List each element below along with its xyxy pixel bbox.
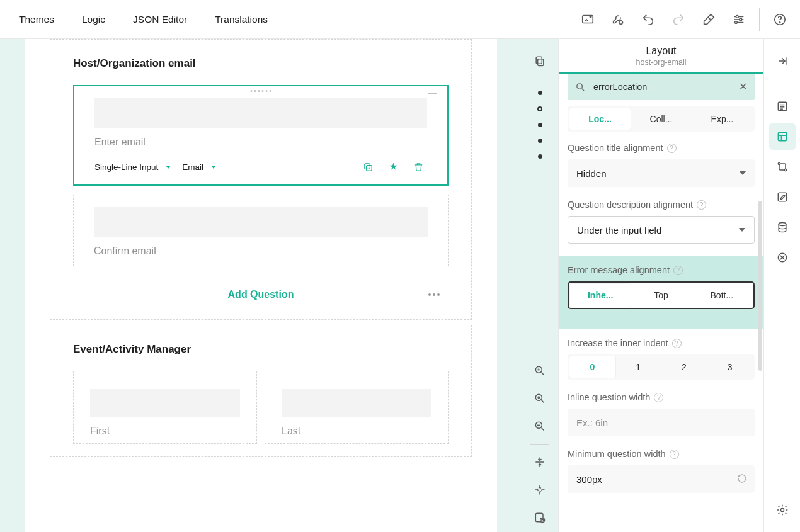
settings-wrench-icon[interactable] xyxy=(603,4,633,35)
field-label-text: Error message alignment xyxy=(568,265,670,275)
top-toolbar: Themes Logic JSON Editor Translations xyxy=(0,0,800,39)
scrollbar[interactable] xyxy=(758,201,762,371)
question-label[interactable]: Enter email xyxy=(94,137,427,148)
question-subtype-select[interactable]: Email xyxy=(182,162,220,172)
question-input-preview[interactable] xyxy=(90,389,240,417)
question-last-name[interactable]: Last xyxy=(265,371,449,444)
segment-bottom[interactable]: Bott... xyxy=(692,284,752,307)
svg-rect-12 xyxy=(364,163,370,169)
layout-tab-icon[interactable] xyxy=(769,123,796,150)
chevron-down-icon xyxy=(166,166,171,169)
validation-tab-icon[interactable] xyxy=(769,244,796,271)
preview-icon[interactable] xyxy=(573,4,603,35)
question-type-select[interactable]: Single-Line Input xyxy=(94,162,174,172)
tab-translations[interactable]: Translations xyxy=(201,0,282,38)
indent-1[interactable]: 1 xyxy=(615,356,661,378)
reset-icon[interactable] xyxy=(737,473,747,485)
general-tab-icon[interactable] xyxy=(769,93,796,120)
field-inline-width: Inline question width? Ex.: 6in xyxy=(568,392,755,436)
collapse-panel-icon[interactable] xyxy=(769,48,796,74)
required-icon[interactable] xyxy=(384,158,402,176)
inline-width-input[interactable]: Ex.: 6in xyxy=(568,409,755,436)
add-question-button[interactable]: Add Question xyxy=(228,289,294,300)
sliders-icon[interactable] xyxy=(724,4,754,35)
question-label[interactable]: Confirm email xyxy=(94,246,428,257)
help-icon[interactable] xyxy=(765,4,795,35)
question-enter-email[interactable]: Enter email Single-Line Input Email xyxy=(73,85,449,186)
delete-icon[interactable] xyxy=(409,158,427,176)
drag-handle-icon[interactable] xyxy=(251,90,271,92)
clear-search-icon[interactable]: ✕ xyxy=(739,82,747,92)
svg-point-2 xyxy=(619,20,623,24)
help-icon[interactable]: ? xyxy=(667,144,677,153)
page-dot[interactable] xyxy=(538,91,542,95)
indent-3[interactable]: 3 xyxy=(707,356,753,378)
svg-line-23 xyxy=(542,428,544,431)
question-first-name[interactable]: First xyxy=(73,371,257,444)
expand-icon[interactable] xyxy=(527,477,553,503)
panel-host-org-email[interactable]: Host/Organization email Enter email Sing… xyxy=(50,39,472,320)
property-search-input[interactable] xyxy=(592,81,733,93)
more-options-icon[interactable] xyxy=(428,293,440,296)
undo-icon[interactable] xyxy=(633,4,663,35)
indent-2[interactable]: 2 xyxy=(661,356,707,378)
design-canvas[interactable]: Host/Organization email Enter email Sing… xyxy=(0,39,522,532)
collapse-icon[interactable] xyxy=(428,93,437,94)
duplicate-icon[interactable] xyxy=(359,158,377,176)
tab-themes[interactable]: Themes xyxy=(5,0,68,38)
help-icon[interactable]: ? xyxy=(697,200,706,210)
zoom-out-icon[interactable] xyxy=(527,413,553,439)
segment-top[interactable]: Top xyxy=(631,284,691,307)
page-dot-current[interactable] xyxy=(537,106,542,111)
device-lock-icon[interactable] xyxy=(527,504,553,531)
zoom-100-icon[interactable] xyxy=(527,385,553,412)
zoom-in-icon[interactable] xyxy=(527,358,553,384)
copy-page-icon[interactable] xyxy=(527,48,553,74)
question-input-preview[interactable] xyxy=(94,207,428,237)
field-label-text: Question description alignment xyxy=(568,200,693,210)
indent-segment[interactable]: 0 1 2 3 xyxy=(568,354,755,380)
page-navigator[interactable] xyxy=(537,91,542,159)
collapse-vertical-icon[interactable] xyxy=(527,449,553,475)
segment-collapse[interactable]: Coll... xyxy=(631,108,692,130)
title-alignment-select[interactable]: Hidden xyxy=(568,159,755,187)
indent-0[interactable]: 0 xyxy=(569,356,615,378)
help-icon[interactable]: ? xyxy=(670,450,679,459)
field-description-alignment: Question description alignment? Under th… xyxy=(568,200,755,244)
error-alignment-segment[interactable]: Inhe... Top Bott... xyxy=(568,281,755,309)
svg-point-6 xyxy=(736,15,738,18)
question-label: Last xyxy=(282,426,431,437)
tab-logic[interactable]: Logic xyxy=(68,0,119,38)
page-dot[interactable] xyxy=(538,154,542,159)
segment-inherit[interactable]: Inhe... xyxy=(570,284,631,307)
layout-mode-segment[interactable]: Loc... Coll... Exp... xyxy=(568,106,755,132)
eraser-icon[interactable] xyxy=(694,4,724,35)
page-dot[interactable] xyxy=(538,123,542,127)
question-input-preview[interactable] xyxy=(94,98,427,128)
question-confirm-email[interactable]: Confirm email xyxy=(73,195,449,266)
redo-icon xyxy=(663,4,694,35)
logic-tab-icon[interactable] xyxy=(769,154,796,180)
property-panel-title: Layout xyxy=(559,45,763,57)
svg-point-7 xyxy=(740,18,742,21)
gear-icon[interactable] xyxy=(769,497,796,523)
help-icon[interactable]: ? xyxy=(672,339,682,348)
panel-event-manager[interactable]: Event/Activity Manager First Last xyxy=(50,325,472,457)
segment-location[interactable]: Loc... xyxy=(569,108,631,130)
property-panel-header: Layout host-org-email xyxy=(559,39,763,72)
page-dot[interactable] xyxy=(538,139,542,143)
svg-rect-13 xyxy=(538,59,544,66)
tab-json-editor[interactable]: JSON Editor xyxy=(119,0,201,38)
description-alignment-select[interactable]: Under the input field xyxy=(568,216,755,244)
help-icon[interactable]: ? xyxy=(673,266,683,275)
svg-line-29 xyxy=(582,88,585,91)
property-search[interactable]: ✕ xyxy=(568,74,755,100)
help-icon[interactable]: ? xyxy=(654,393,663,402)
edit-tab-icon[interactable] xyxy=(769,184,796,210)
data-tab-icon[interactable] xyxy=(769,214,796,241)
svg-line-20 xyxy=(542,400,544,403)
segment-expand[interactable]: Exp... xyxy=(692,108,753,130)
question-label: First xyxy=(90,426,240,437)
question-input-preview[interactable] xyxy=(282,389,431,417)
min-width-input[interactable]: 300px xyxy=(568,465,755,493)
